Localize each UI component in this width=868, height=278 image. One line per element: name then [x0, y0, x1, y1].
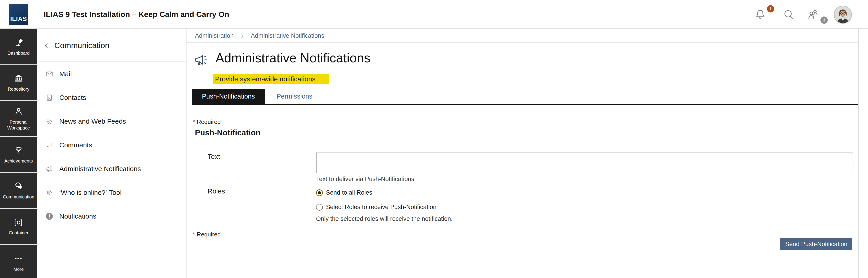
panel-header: Communication	[37, 29, 186, 62]
panel-item-label: Mail	[59, 70, 72, 78]
bell-badge: 1	[767, 5, 774, 12]
radio-unchecked-icon	[316, 204, 323, 211]
main-sidebar: Dashboard Repository Personal Workspace	[0, 29, 37, 278]
main-content: Administration Administrative Notificati…	[187, 29, 859, 278]
tab-bar: Push-Notifications Permissions	[192, 89, 322, 104]
sidebar-item-label: Achievements	[4, 158, 33, 164]
person-icon	[14, 106, 23, 116]
sidebar-item-achievements[interactable]: Achievements	[0, 137, 37, 173]
radio-checked-icon	[316, 189, 323, 196]
search-icon	[783, 9, 795, 20]
page-byline: Provide system-wide notifications	[213, 74, 329, 84]
sidebar-item-container[interactable]: [c] Container	[0, 209, 37, 245]
panel-item-label: ‘Who is online?’-Tool	[59, 189, 122, 197]
users-icon	[807, 8, 820, 21]
push-notification-text-input[interactable]	[316, 152, 853, 173]
breadcrumb-link-administrative-notifications[interactable]: Administrative Notifications	[251, 32, 324, 39]
sidebar-item-more[interactable]: ••• More	[0, 245, 37, 278]
bell-icon	[754, 9, 766, 20]
tab-underline	[192, 104, 859, 105]
required-note-bottom: *Required	[193, 231, 221, 238]
sidebar-item-repository[interactable]: Repository	[0, 65, 37, 101]
panel-item-label: Administrative Notifications	[59, 165, 141, 173]
required-label: Required	[197, 231, 221, 238]
sidebar-item-label: Dashboard	[7, 50, 30, 56]
panel-item-label: Contacts	[59, 94, 86, 102]
desk-lamp-icon	[14, 37, 23, 47]
trophy-icon	[14, 145, 23, 155]
sidebar-item-label: Container	[9, 230, 29, 236]
panel-item-label: Notifications	[59, 212, 96, 220]
sidebar-item-communication[interactable]: Communication	[0, 173, 37, 209]
panel-item-mail[interactable]: Mail	[37, 62, 186, 86]
comment-icon	[45, 141, 54, 149]
page-title: Administrative Notifications	[216, 50, 370, 65]
site-title: ILIAS 9 Test Installation – Keep Calm an…	[44, 0, 229, 29]
bank-icon	[14, 73, 23, 83]
sidebar-item-personal-workspace[interactable]: Personal Workspace	[0, 101, 37, 137]
avatar[interactable]	[834, 6, 852, 24]
panel-item-notifications[interactable]: Notifications	[37, 204, 186, 228]
breadcrumb: Administration Administrative Notificati…	[187, 29, 859, 43]
panel-title: Communication	[54, 41, 110, 50]
chat-bubbles-icon	[13, 181, 24, 191]
panel-item-news-web-feeds[interactable]: News and Web Feeds	[37, 109, 186, 133]
roles-field-label: Roles	[208, 187, 225, 195]
sidebar-item-label: Personal Workspace	[2, 119, 35, 131]
top-bar: ILIAS ILIAS 9 Test Installation – Keep C…	[0, 0, 868, 29]
sidebar-item-label: Communication	[3, 194, 34, 200]
envelope-icon	[45, 70, 54, 78]
radio-option-send-to-all-roles[interactable]: Send to all Roles	[316, 189, 372, 196]
sidebar-item-dashboard[interactable]: Dashboard	[0, 29, 37, 65]
required-label: Required	[197, 118, 221, 125]
rss-icon	[45, 117, 54, 125]
panel-item-who-is-online-tool[interactable]: ‘Who is online?’-Tool	[37, 181, 186, 204]
exclamation-circle-icon	[45, 212, 54, 220]
scrollbar-gutter-divider	[858, 29, 859, 278]
sidebar-item-label: Repository	[8, 86, 29, 92]
avatar-photo	[835, 6, 851, 23]
form-section-title: Push-Notification	[195, 128, 260, 137]
roles-field-byline: Only the selected roles will receive the…	[316, 215, 453, 222]
required-asterisk: *	[193, 118, 195, 125]
required-asterisk: *	[193, 231, 195, 238]
chevron-right-icon	[240, 33, 245, 38]
ilias-logo-text: ILIAS	[10, 15, 27, 23]
ilias-logo[interactable]: ILIAS	[9, 4, 28, 25]
search-button[interactable]	[781, 0, 796, 29]
chevron-left-icon	[43, 42, 50, 49]
text-field-byline: Text to deliver via Push-Notifications	[316, 176, 414, 183]
contact-card-icon	[45, 94, 54, 102]
send-push-notification-button[interactable]: Send Push-Notification	[780, 238, 852, 250]
radio-option-select-roles[interactable]: Select Roles to receive Push-Notificatio…	[316, 204, 436, 211]
breadcrumb-link-administration[interactable]: Administration	[195, 32, 234, 39]
communication-panel: Communication Mail Contacts	[37, 29, 187, 278]
panel-item-administrative-notifications[interactable]: Administrative Notifications	[37, 157, 186, 181]
sidebar-item-label: More	[13, 266, 24, 272]
panel-item-label: News and Web Feeds	[59, 117, 126, 125]
megaphone-icon	[193, 53, 209, 67]
online-users-button[interactable]	[805, 0, 822, 29]
online-users-badge: 3	[820, 16, 828, 24]
panel-item-label: Comments	[59, 141, 92, 149]
radio-option-label: Select Roles to receive Push-Notificatio…	[326, 204, 436, 211]
more-dots-icon: •••	[15, 253, 23, 264]
text-field-label: Text	[208, 153, 220, 161]
back-button[interactable]	[43, 42, 50, 49]
notification-center-button[interactable]	[753, 0, 768, 29]
radio-option-label: Send to all Roles	[326, 189, 372, 196]
panel-item-contacts[interactable]: Contacts	[37, 86, 186, 109]
panel-item-comments[interactable]: Comments	[37, 133, 186, 157]
container-icon: [c]	[14, 217, 23, 227]
required-note-top: *Required	[193, 118, 221, 126]
megaphone-icon	[45, 165, 54, 173]
tab-push-notifications[interactable]: Push-Notifications	[192, 89, 265, 104]
two-users-icon	[45, 189, 54, 197]
tab-permissions[interactable]: Permissions	[267, 89, 322, 104]
